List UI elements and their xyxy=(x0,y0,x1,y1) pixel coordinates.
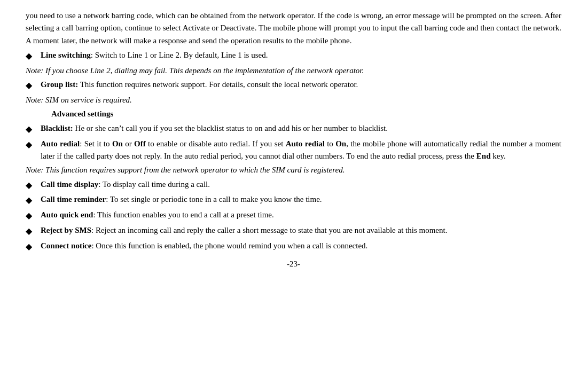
reject-by-sms-label: Reject by SMS xyxy=(41,226,91,234)
bullet-reject-by-sms: ◆ Reject by SMS: Reject an incoming call… xyxy=(26,224,561,238)
bullet-call-time-reminder: ◆ Call time reminder: To set single or p… xyxy=(26,193,561,207)
note2: Note: SIM on service is required. xyxy=(26,94,561,106)
bullet-auto-redial-text: Auto redial: Set it to On or Off to enab… xyxy=(41,138,561,163)
bullet-line-switching-text: Line switching: Switch to Line 1 or Line… xyxy=(41,49,561,61)
diamond-icon-8: ◆ xyxy=(26,225,41,238)
diamond-icon-9: ◆ xyxy=(26,240,41,254)
bullet-connect-notice: ◆ Connect notice: Once this function is … xyxy=(26,240,561,254)
diamond-icon-4: ◆ xyxy=(26,138,41,152)
connect-notice-label: Connect notice xyxy=(41,241,91,250)
diamond-icon: ◆ xyxy=(26,50,41,63)
diamond-icon-7: ◆ xyxy=(26,209,41,223)
diamond-icon-6: ◆ xyxy=(26,194,41,207)
auto-quick-end-label: Auto quick end xyxy=(41,210,93,219)
diamond-icon-2: ◆ xyxy=(26,79,41,92)
bullet-auto-redial: ◆ Auto redial: Set it to On or Off to en… xyxy=(26,138,561,163)
note3: Note: This function requires support fro… xyxy=(26,164,561,176)
bullet-group-list-text: Group list: This function requires netwo… xyxy=(41,79,561,91)
blacklist-label: Blacklist: xyxy=(41,124,73,132)
diamond-icon-5: ◆ xyxy=(26,179,41,192)
line-switching-label: Line switching xyxy=(41,51,91,59)
bullet-call-time-display-text: Call time display: To display call time … xyxy=(41,178,561,191)
bullet-auto-quick-end: ◆ Auto quick end: This function enables … xyxy=(26,209,561,223)
bullet-group-list: ◆ Group list: This function requires net… xyxy=(26,79,561,92)
main-content: you need to use a network barring code, … xyxy=(26,10,561,270)
call-time-display-label: Call time display xyxy=(41,180,98,189)
diamond-icon-3: ◆ xyxy=(26,123,41,136)
bullet-blacklist-text: Blacklist: He or she can’t call you if y… xyxy=(41,122,561,135)
call-time-reminder-label: Call time reminder xyxy=(41,195,106,203)
intro-paragraph: you need to use a network barring code, … xyxy=(26,10,561,47)
advanced-settings-heading: Advanced settings xyxy=(51,108,561,120)
group-list-label: Group list: xyxy=(41,80,78,89)
bullet-call-time-reminder-text: Call time reminder: To set single or per… xyxy=(41,193,561,206)
bullet-blacklist: ◆ Blacklist: He or she can’t call you if… xyxy=(26,122,561,136)
bullet-auto-quick-end-text: Auto quick end: This function enables yo… xyxy=(41,209,561,221)
bullet-line-switching: ◆ Line switching: Switch to Line 1 or Li… xyxy=(26,49,561,63)
page-number: -23- xyxy=(26,258,561,270)
bullet-reject-by-sms-text: Reject by SMS: Reject an incoming call a… xyxy=(41,224,561,237)
note1: Note: If you choose Line 2, dialing may … xyxy=(26,65,561,77)
auto-redial-label: Auto redial xyxy=(41,139,80,148)
bullet-call-time-display: ◆ Call time display: To display call tim… xyxy=(26,178,561,192)
bullet-connect-notice-text: Connect notice: Once this function is en… xyxy=(41,240,561,252)
